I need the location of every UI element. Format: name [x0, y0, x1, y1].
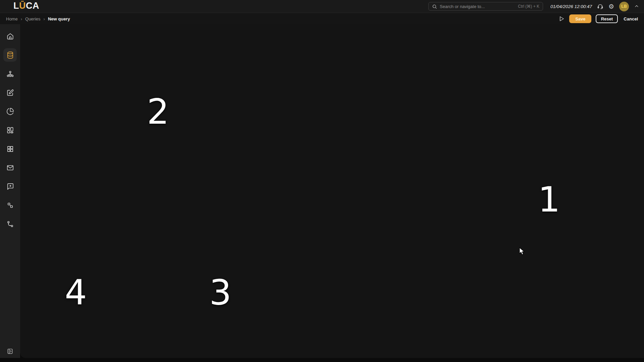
sidebar-expand-button[interactable]	[0, 348, 20, 355]
breadcrumb-current-page: New query	[48, 16, 70, 21]
chevron-up-icon[interactable]	[634, 4, 639, 9]
reset-button[interactable]: Reset	[596, 14, 618, 23]
logo-u: Ū	[19, 1, 26, 11]
breadcrumb-separator: ›	[44, 16, 45, 21]
pie-chart-icon	[6, 108, 14, 115]
sidebar-item-apps[interactable]	[3, 142, 17, 156]
page-actions: Save Reset Cancel	[558, 14, 639, 23]
sidebar-item-chat[interactable]	[3, 180, 17, 193]
logo-l: L	[13, 1, 19, 11]
sidebar-item-charts[interactable]	[3, 105, 17, 118]
left-nav-sidebar	[0, 24, 20, 358]
sidebar-item-home[interactable]	[3, 29, 17, 43]
hierarchy-icon	[6, 70, 14, 78]
cancel-button[interactable]: Cancel	[622, 14, 639, 23]
home-icon	[6, 33, 14, 40]
save-button[interactable]: Save	[569, 14, 591, 23]
user-avatar[interactable]: LB	[619, 2, 629, 11]
sidebar-item-mail[interactable]	[3, 161, 17, 174]
sidebar-item-hierarchy[interactable]	[3, 67, 17, 80]
luca-logo[interactable]: LŪCA	[13, 1, 39, 11]
breadcrumb-separator: ›	[21, 16, 22, 21]
sidebar-item-connections[interactable]	[3, 198, 17, 212]
breadcrumb-queries[interactable]: Queries	[25, 16, 41, 21]
settings-gear-icon[interactable]: ⚙	[608, 3, 614, 10]
search-icon	[432, 4, 437, 9]
layout-icon	[6, 126, 14, 134]
breadcrumb-bar: Home › Queries › New query Save Reset Ca…	[0, 13, 644, 24]
run-play-icon[interactable]	[558, 15, 565, 22]
edit-icon	[6, 89, 14, 97]
chat-bubble-icon	[6, 183, 14, 190]
breadcrumb: Home › Queries › New query	[6, 13, 70, 24]
sidebar-item-dashboards[interactable]	[3, 123, 17, 137]
panel-expand-icon	[7, 348, 13, 355]
sidebar-item-queries[interactable]	[3, 48, 17, 62]
mail-icon	[6, 164, 14, 172]
logo-ca: CA	[26, 1, 39, 11]
breadcrumb-home[interactable]: Home	[6, 16, 18, 21]
global-search-input[interactable]: Search or navigate to... Ctrl (⌘) + K	[428, 2, 543, 11]
top-bar: LŪCA Search or navigate to... Ctrl (⌘) +…	[0, 0, 644, 13]
search-shortcut: Ctrl (⌘) + K	[518, 4, 539, 9]
app-root: LŪCA Search or navigate to... Ctrl (⌘) +…	[0, 0, 644, 362]
grid-icon	[6, 145, 14, 153]
main-content-area	[20, 24, 644, 358]
route-icon	[6, 220, 14, 228]
clock-timestamp: 01/04/2026 12:00:47	[550, 4, 592, 9]
database-icon	[6, 51, 14, 59]
support-headset-icon[interactable]	[597, 3, 603, 10]
search-placeholder: Search or navigate to...	[440, 4, 515, 9]
topbar-right-cluster: 01/04/2026 12:00:47 ⚙ LB	[550, 0, 639, 13]
nodes-icon	[6, 201, 14, 209]
sidebar-item-flows[interactable]	[3, 217, 17, 231]
sidebar-item-editor[interactable]	[3, 86, 17, 99]
